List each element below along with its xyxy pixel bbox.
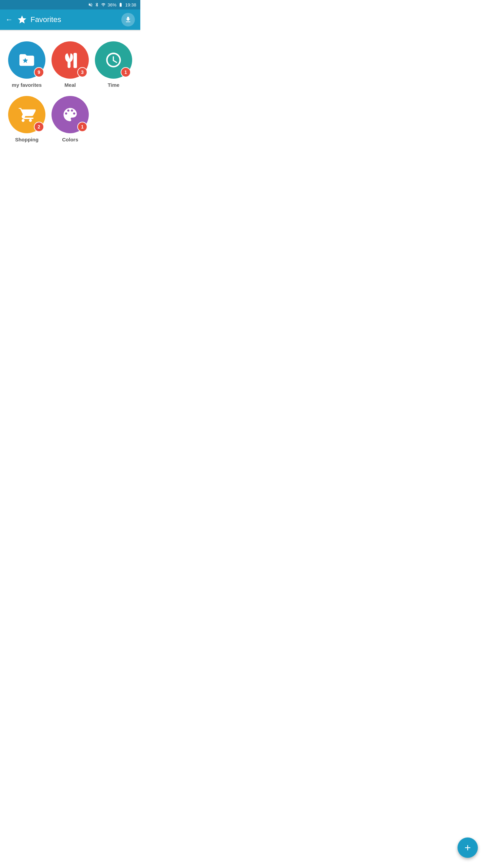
label-my-favorites: my favorites — [12, 82, 42, 88]
circle-wrap-meal: 3 — [52, 41, 89, 79]
app-bar: ← Favorites — [0, 9, 140, 30]
label-colors: Colors — [62, 137, 78, 142]
page-title: Favorites — [30, 15, 61, 24]
circle-wrap-my-favorites: 9 — [8, 41, 45, 79]
category-colors[interactable]: 1 Colors — [50, 96, 90, 142]
category-meal[interactable]: 3 Meal — [50, 41, 90, 88]
fork-spoon-icon — [61, 51, 79, 69]
badge-time: 1 — [121, 67, 131, 77]
category-time[interactable]: 1 Time — [94, 41, 134, 88]
battery-icon — [118, 2, 123, 7]
category-shopping[interactable]: 2 Shopping — [7, 96, 47, 142]
main-content: 9 my favorites 3 Meal — [0, 31, 140, 184]
app-bar-left: ← Favorites — [5, 15, 61, 25]
status-bar: 36% 19:38 — [0, 0, 140, 9]
palette-icon — [61, 106, 79, 123]
label-shopping: Shopping — [15, 137, 38, 142]
circle-wrap-time: 1 — [95, 41, 132, 79]
back-button[interactable]: ← — [5, 15, 13, 24]
badge-shopping: 2 — [34, 122, 44, 132]
folder-star-icon — [18, 51, 36, 69]
battery-text: 36% — [107, 2, 116, 7]
category-grid: 9 my favorites 3 Meal — [7, 41, 134, 142]
title-group: Favorites — [17, 15, 61, 25]
label-meal: Meal — [64, 82, 76, 88]
bluetooth-icon — [95, 2, 99, 7]
download-icon — [124, 16, 132, 23]
cart-icon — [18, 106, 36, 123]
mute-icon — [88, 2, 93, 7]
badge-meal: 3 — [77, 67, 87, 77]
circle-wrap-shopping: 2 — [8, 96, 45, 133]
favorites-star-icon — [17, 15, 27, 25]
download-button[interactable] — [121, 13, 135, 26]
status-icons: 36% 19:38 — [88, 2, 136, 7]
label-time: Time — [108, 82, 120, 88]
badge-my-favorites: 9 — [34, 67, 44, 77]
clock-icon — [105, 51, 122, 69]
circle-wrap-colors: 1 — [52, 96, 89, 133]
signal-icon — [101, 2, 106, 7]
badge-colors: 1 — [77, 122, 87, 132]
time-text: 19:38 — [125, 2, 136, 7]
category-my-favorites[interactable]: 9 my favorites — [7, 41, 47, 88]
